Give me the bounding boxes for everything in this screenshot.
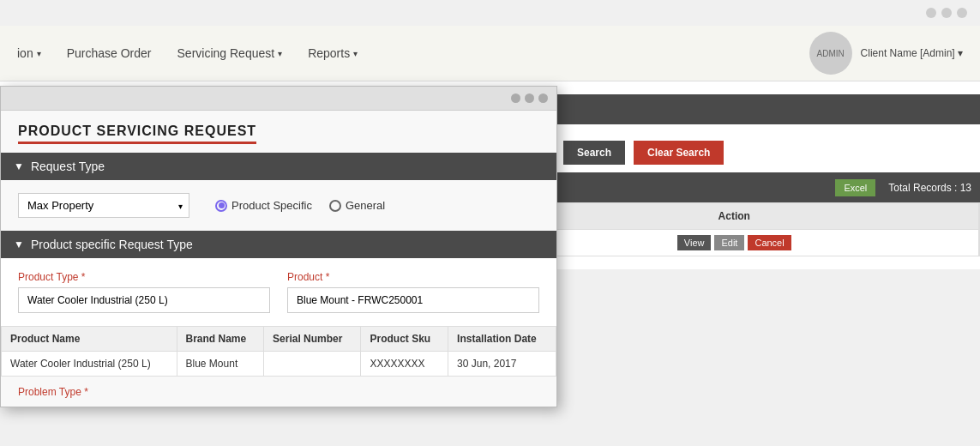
modal-dot-2[interactable] bbox=[525, 93, 534, 103]
nav-ion-chevron: ▾ bbox=[37, 49, 41, 58]
bg-dot-3[interactable] bbox=[957, 8, 967, 18]
product-type-label: Product Type * bbox=[18, 271, 270, 283]
section-arrow-icon: ▼ bbox=[14, 160, 24, 172]
modal-window: PRODUCT SERVICING REQUEST ▼ Request Type… bbox=[0, 86, 557, 407]
view-button[interactable]: View bbox=[677, 235, 712, 250]
navbar-right: ADMIN Client Name [Admin] ▾ bbox=[809, 32, 963, 75]
nav-reports-chevron: ▾ bbox=[353, 49, 358, 58]
modal-dots bbox=[511, 93, 548, 103]
product-type-select-wrap: Water Cooler Industrial (250 L) bbox=[18, 287, 270, 313]
product-section-header: ▼ Product specific Request Type bbox=[1, 231, 556, 258]
navbar: ion ▾ Purchase Order Servicing Request ▾… bbox=[0, 26, 980, 81]
nav-ion-label: ion bbox=[17, 46, 33, 60]
bg-titlebar bbox=[0, 0, 980, 26]
modal-dot-3[interactable] bbox=[538, 93, 548, 103]
property-select[interactable]: Max Property bbox=[18, 193, 189, 218]
radio-dot-product-specific bbox=[215, 200, 227, 212]
request-type-header: ▼ Request Type bbox=[1, 153, 556, 180]
problem-section: Problem Type * bbox=[1, 377, 556, 407]
th-serial-number: Serial Number bbox=[264, 327, 361, 352]
bg-window-dots bbox=[926, 8, 967, 18]
td-installation-date: 30 Jun, 2017 bbox=[448, 352, 556, 377]
th-installation-date: Installation Date bbox=[448, 327, 556, 352]
bg-dot-1[interactable] bbox=[926, 8, 936, 18]
radio-product-specific[interactable]: Product Specific bbox=[215, 199, 312, 212]
nav-servicing-chevron: ▾ bbox=[278, 49, 282, 58]
radio-group: Product Specific General bbox=[215, 199, 385, 212]
nav-item-reports[interactable]: Reports ▾ bbox=[308, 46, 358, 60]
total-records: Total Records : 13 bbox=[888, 182, 971, 194]
property-select-wrap: Max Property ▾ bbox=[18, 193, 189, 218]
th-product-name: Product Name bbox=[2, 327, 177, 352]
nav-item-servicing-request[interactable]: Servicing Request ▾ bbox=[177, 46, 283, 60]
avatar-text: ADMIN bbox=[816, 49, 844, 58]
nav-servicing-label: Servicing Request bbox=[177, 46, 275, 60]
request-type-title: Request Type bbox=[31, 160, 105, 173]
col-action: Action bbox=[490, 203, 980, 229]
navbar-left: ion ▾ Purchase Order Servicing Request ▾… bbox=[17, 46, 809, 60]
admin-label[interactable]: Client Name [Admin] ▾ bbox=[861, 47, 963, 59]
product-select-wrap bbox=[287, 287, 539, 313]
product-section-title: Product specific Request Type bbox=[31, 238, 193, 251]
modal-content: PRODUCT SERVICING REQUEST ▼ Request Type… bbox=[1, 111, 556, 407]
modal-page-title-area: PRODUCT SERVICING REQUEST bbox=[1, 111, 556, 153]
td-product-sku: XXXXXXXX bbox=[361, 352, 448, 377]
product-type-field: Product Type * Water Cooler Industrial (… bbox=[18, 271, 270, 313]
product-section-body: Product Type * Water Cooler Industrial (… bbox=[1, 258, 556, 407]
search-button[interactable]: Search bbox=[563, 141, 625, 165]
request-type-body: Max Property ▾ Product Specific General bbox=[1, 180, 556, 231]
product-table-header-row: Product Name Brand Name Serial Number Pr… bbox=[2, 327, 556, 352]
radio-dot-general bbox=[329, 200, 341, 212]
radio-product-specific-label: Product Specific bbox=[231, 199, 312, 212]
product-input[interactable] bbox=[287, 287, 539, 313]
td-serial-number bbox=[264, 352, 361, 377]
product-label: Product * bbox=[287, 271, 539, 283]
admin-label-text: Client Name [Admin] bbox=[861, 47, 955, 59]
bg-dot-2[interactable] bbox=[941, 8, 952, 18]
product-table-row: Water Cooler Industrial (250 L) Blue Mou… bbox=[2, 352, 556, 377]
excel-button[interactable]: Excel bbox=[835, 179, 875, 196]
modal-dot-1[interactable] bbox=[511, 93, 520, 103]
clear-search-button[interactable]: Clear Search bbox=[634, 141, 724, 165]
problem-type-label: Problem Type * bbox=[18, 386, 88, 398]
product-field: Product * bbox=[287, 271, 539, 313]
product-section-arrow-icon: ▼ bbox=[14, 238, 24, 250]
th-brand-name: Brand Name bbox=[177, 327, 264, 352]
radio-general-label: General bbox=[346, 199, 385, 212]
admin-chevron: ▾ bbox=[958, 47, 963, 59]
avatar: ADMIN bbox=[809, 32, 852, 75]
action-buttons: View Edit Cancel bbox=[499, 235, 971, 250]
product-table: Product Name Brand Name Serial Number Pr… bbox=[1, 326, 556, 377]
action-cell: View Edit Cancel bbox=[490, 230, 980, 256]
nav-purchase-label: Purchase Order bbox=[67, 46, 152, 60]
nav-item-purchase-order[interactable]: Purchase Order bbox=[67, 46, 152, 60]
product-type-select[interactable]: Water Cooler Industrial (250 L) bbox=[18, 287, 270, 313]
request-type-row: Max Property ▾ Product Specific General bbox=[18, 193, 539, 218]
td-product-name: Water Cooler Industrial (250 L) bbox=[2, 352, 177, 377]
page-title: PRODUCT SERVICING REQUEST bbox=[18, 124, 256, 144]
radio-general[interactable]: General bbox=[329, 199, 385, 212]
product-form-row: Product Type * Water Cooler Industrial (… bbox=[1, 258, 556, 326]
modal-titlebar bbox=[1, 87, 556, 111]
cancel-button[interactable]: Cancel bbox=[748, 235, 791, 250]
edit-button[interactable]: Edit bbox=[714, 235, 744, 250]
th-product-sku: Product Sku bbox=[361, 327, 448, 352]
td-brand-name: Blue Mount bbox=[177, 352, 264, 377]
nav-item-ion[interactable]: ion ▾ bbox=[17, 46, 41, 60]
nav-reports-label: Reports bbox=[308, 46, 350, 60]
